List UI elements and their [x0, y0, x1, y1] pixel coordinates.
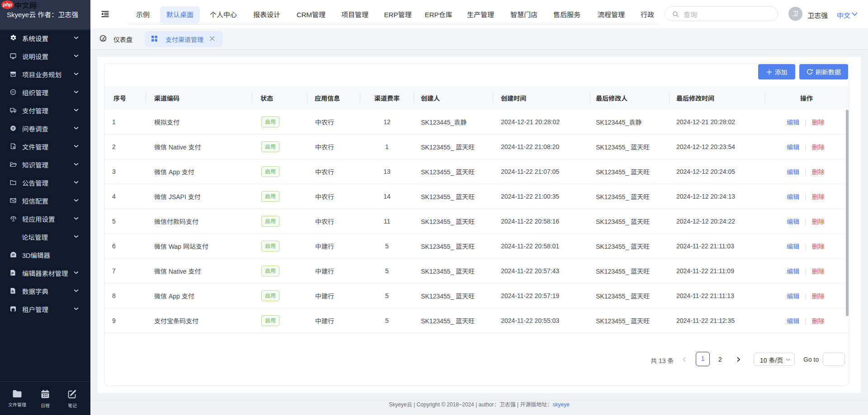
svg-text:P: P	[12, 271, 14, 275]
svg-text:R: R	[12, 290, 14, 293]
